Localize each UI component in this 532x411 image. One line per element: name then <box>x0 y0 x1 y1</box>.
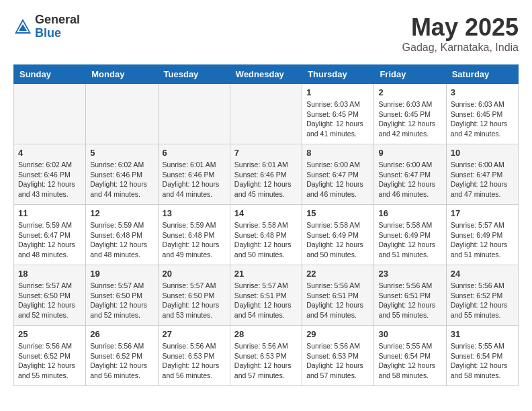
calendar-cell: 4Sunrise: 6:02 AM Sunset: 6:46 PM Daylig… <box>14 144 86 205</box>
cell-info: Sunrise: 6:02 AM Sunset: 6:46 PM Dayligh… <box>90 160 153 199</box>
weekday-header-thursday: Thursday <box>302 65 374 84</box>
cell-info: Sunrise: 5:57 AM Sunset: 6:51 PM Dayligh… <box>234 281 298 320</box>
calendar-week-4: 18Sunrise: 5:57 AM Sunset: 6:50 PM Dayli… <box>14 265 519 326</box>
cell-info: Sunrise: 5:59 AM Sunset: 6:48 PM Dayligh… <box>90 220 153 260</box>
day-number: 30 <box>378 329 441 339</box>
cell-info: Sunrise: 6:01 AM Sunset: 6:46 PM Dayligh… <box>163 160 226 199</box>
day-number: 6 <box>163 148 226 158</box>
cell-info: Sunrise: 6:03 AM Sunset: 6:45 PM Dayligh… <box>378 99 441 139</box>
title-block: May 2025 Gadag, Karnataka, India <box>402 13 519 54</box>
day-number: 17 <box>451 208 514 218</box>
calendar-cell: 25Sunrise: 5:56 AM Sunset: 6:52 PM Dayli… <box>14 326 86 386</box>
day-number: 23 <box>378 269 441 279</box>
cell-info: Sunrise: 5:58 AM Sunset: 6:48 PM Dayligh… <box>234 220 298 260</box>
cell-info: Sunrise: 6:01 AM Sunset: 6:46 PM Dayligh… <box>234 160 298 199</box>
day-number: 11 <box>18 208 81 218</box>
calendar-cell <box>230 84 302 144</box>
month-title: May 2025 <box>402 13 519 42</box>
calendar-cell: 24Sunrise: 5:56 AM Sunset: 6:52 PM Dayli… <box>446 265 518 326</box>
calendar-week-3: 11Sunrise: 5:59 AM Sunset: 6:47 PM Dayli… <box>14 205 519 265</box>
day-number: 21 <box>234 269 298 279</box>
cell-info: Sunrise: 6:02 AM Sunset: 6:46 PM Dayligh… <box>18 160 81 199</box>
cell-info: Sunrise: 5:56 AM Sunset: 6:51 PM Dayligh… <box>306 281 369 320</box>
day-number: 16 <box>378 208 441 218</box>
day-number: 14 <box>234 208 298 218</box>
cell-info: Sunrise: 6:00 AM Sunset: 6:47 PM Dayligh… <box>451 160 514 199</box>
weekday-header-tuesday: Tuesday <box>158 65 230 84</box>
day-number: 27 <box>163 329 226 339</box>
cell-info: Sunrise: 5:56 AM Sunset: 6:52 PM Dayligh… <box>451 281 514 320</box>
day-number: 25 <box>18 329 81 339</box>
calendar-cell: 9Sunrise: 6:00 AM Sunset: 6:47 PM Daylig… <box>374 144 446 205</box>
day-number: 9 <box>378 148 441 158</box>
calendar-week-2: 4Sunrise: 6:02 AM Sunset: 6:46 PM Daylig… <box>14 144 519 205</box>
calendar-cell: 19Sunrise: 5:57 AM Sunset: 6:50 PM Dayli… <box>86 265 158 326</box>
weekday-header-monday: Monday <box>86 65 158 84</box>
calendar-cell <box>14 84 86 144</box>
day-number: 7 <box>234 148 298 158</box>
weekday-header-sunday: Sunday <box>14 65 86 84</box>
calendar-cell: 5Sunrise: 6:02 AM Sunset: 6:46 PM Daylig… <box>86 144 158 205</box>
calendar-cell: 21Sunrise: 5:57 AM Sunset: 6:51 PM Dayli… <box>230 265 302 326</box>
day-number: 24 <box>451 269 514 279</box>
day-number: 31 <box>451 329 514 339</box>
cell-info: Sunrise: 6:00 AM Sunset: 6:47 PM Dayligh… <box>378 160 441 199</box>
day-number: 28 <box>234 329 298 339</box>
day-number: 20 <box>163 269 226 279</box>
calendar-cell: 22Sunrise: 5:56 AM Sunset: 6:51 PM Dayli… <box>302 265 374 326</box>
cell-info: Sunrise: 5:56 AM Sunset: 6:52 PM Dayligh… <box>90 341 153 381</box>
day-number: 5 <box>90 148 153 158</box>
calendar-cell: 6Sunrise: 6:01 AM Sunset: 6:46 PM Daylig… <box>158 144 230 205</box>
day-number: 10 <box>451 148 514 158</box>
calendar-cell: 14Sunrise: 5:58 AM Sunset: 6:48 PM Dayli… <box>230 205 302 265</box>
day-number: 2 <box>378 87 441 97</box>
calendar-cell: 16Sunrise: 5:58 AM Sunset: 6:49 PM Dayli… <box>374 205 446 265</box>
cell-info: Sunrise: 5:59 AM Sunset: 6:47 PM Dayligh… <box>18 220 81 260</box>
weekday-header-wednesday: Wednesday <box>230 65 302 84</box>
cell-info: Sunrise: 5:57 AM Sunset: 6:50 PM Dayligh… <box>90 281 153 320</box>
day-number: 18 <box>18 269 81 279</box>
logo-general: General <box>35 13 80 27</box>
logo-blue: Blue <box>35 27 80 40</box>
calendar-cell: 11Sunrise: 5:59 AM Sunset: 6:47 PM Dayli… <box>14 205 86 265</box>
weekday-header-friday: Friday <box>374 65 446 84</box>
calendar-cell: 29Sunrise: 5:56 AM Sunset: 6:53 PM Dayli… <box>302 326 374 386</box>
calendar-cell: 17Sunrise: 5:57 AM Sunset: 6:49 PM Dayli… <box>446 205 518 265</box>
cell-info: Sunrise: 6:03 AM Sunset: 6:45 PM Dayligh… <box>306 99 369 139</box>
day-number: 29 <box>306 329 369 339</box>
day-number: 4 <box>18 148 81 158</box>
page-header: General Blue May 2025 Gadag, Karnataka, … <box>13 13 519 54</box>
calendar-cell: 23Sunrise: 5:56 AM Sunset: 6:51 PM Dayli… <box>374 265 446 326</box>
logo-icon <box>13 17 32 36</box>
day-number: 13 <box>163 208 226 218</box>
calendar-cell: 7Sunrise: 6:01 AM Sunset: 6:46 PM Daylig… <box>230 144 302 205</box>
cell-info: Sunrise: 5:56 AM Sunset: 6:53 PM Dayligh… <box>163 341 226 381</box>
calendar-cell: 13Sunrise: 5:59 AM Sunset: 6:48 PM Dayli… <box>158 205 230 265</box>
calendar-cell: 28Sunrise: 5:56 AM Sunset: 6:53 PM Dayli… <box>230 326 302 386</box>
day-number: 12 <box>90 208 153 218</box>
cell-info: Sunrise: 5:55 AM Sunset: 6:54 PM Dayligh… <box>378 341 441 381</box>
calendar-cell: 12Sunrise: 5:59 AM Sunset: 6:48 PM Dayli… <box>86 205 158 265</box>
cell-info: Sunrise: 5:59 AM Sunset: 6:48 PM Dayligh… <box>163 220 226 260</box>
day-number: 15 <box>306 208 369 218</box>
calendar-cell: 27Sunrise: 5:56 AM Sunset: 6:53 PM Dayli… <box>158 326 230 386</box>
cell-info: Sunrise: 5:57 AM Sunset: 6:49 PM Dayligh… <box>451 220 514 260</box>
day-number: 3 <box>451 87 514 97</box>
calendar-cell: 3Sunrise: 6:03 AM Sunset: 6:45 PM Daylig… <box>446 84 518 144</box>
day-number: 19 <box>90 269 153 279</box>
cell-info: Sunrise: 5:56 AM Sunset: 6:51 PM Dayligh… <box>378 281 441 320</box>
day-number: 26 <box>90 329 153 339</box>
logo-text: General Blue <box>35 13 80 40</box>
cell-info: Sunrise: 6:03 AM Sunset: 6:45 PM Dayligh… <box>451 99 514 139</box>
calendar-cell: 26Sunrise: 5:56 AM Sunset: 6:52 PM Dayli… <box>86 326 158 386</box>
calendar-cell: 1Sunrise: 6:03 AM Sunset: 6:45 PM Daylig… <box>302 84 374 144</box>
cell-info: Sunrise: 5:56 AM Sunset: 6:53 PM Dayligh… <box>306 341 369 381</box>
cell-info: Sunrise: 5:55 AM Sunset: 6:54 PM Dayligh… <box>451 341 514 381</box>
logo: General Blue <box>13 13 80 40</box>
cell-info: Sunrise: 5:57 AM Sunset: 6:50 PM Dayligh… <box>163 281 226 320</box>
calendar-cell: 8Sunrise: 6:00 AM Sunset: 6:47 PM Daylig… <box>302 144 374 205</box>
cell-info: Sunrise: 5:56 AM Sunset: 6:52 PM Dayligh… <box>18 341 81 381</box>
cell-info: Sunrise: 5:58 AM Sunset: 6:49 PM Dayligh… <box>306 220 369 260</box>
calendar-cell: 15Sunrise: 5:58 AM Sunset: 6:49 PM Dayli… <box>302 205 374 265</box>
calendar-cell: 18Sunrise: 5:57 AM Sunset: 6:50 PM Dayli… <box>14 265 86 326</box>
